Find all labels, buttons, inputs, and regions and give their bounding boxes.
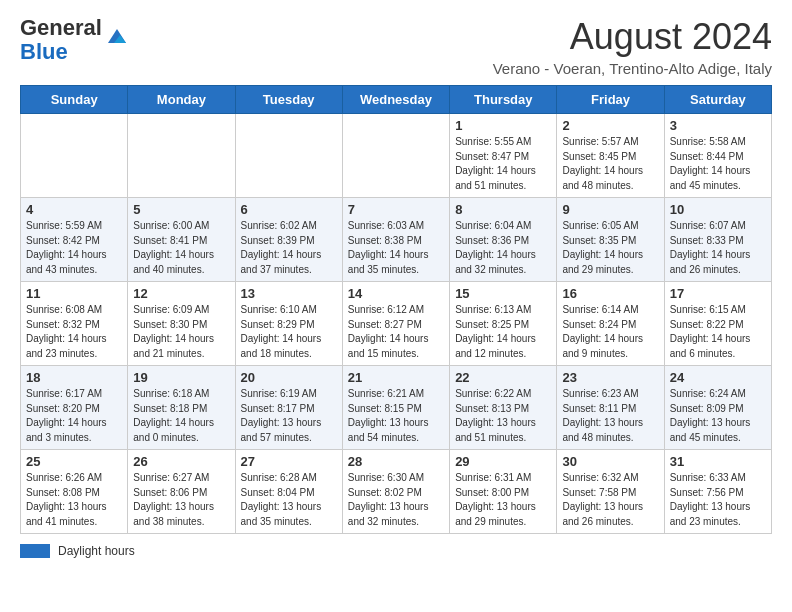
day-number: 17 xyxy=(670,286,766,301)
day-info: Sunrise: 6:28 AM Sunset: 8:04 PM Dayligh… xyxy=(241,471,337,529)
day-number: 22 xyxy=(455,370,551,385)
day-number: 29 xyxy=(455,454,551,469)
day-number: 25 xyxy=(26,454,122,469)
day-info: Sunrise: 6:33 AM Sunset: 7:56 PM Dayligh… xyxy=(670,471,766,529)
day-info: Sunrise: 6:03 AM Sunset: 8:38 PM Dayligh… xyxy=(348,219,444,277)
day-info: Sunrise: 6:32 AM Sunset: 7:58 PM Dayligh… xyxy=(562,471,658,529)
day-number: 6 xyxy=(241,202,337,217)
daylight-color-box xyxy=(20,544,50,558)
calendar-cell: 15Sunrise: 6:13 AM Sunset: 8:25 PM Dayli… xyxy=(450,282,557,366)
day-info: Sunrise: 6:13 AM Sunset: 8:25 PM Dayligh… xyxy=(455,303,551,361)
logo-general: General xyxy=(20,15,102,40)
day-number: 20 xyxy=(241,370,337,385)
logo: General Blue xyxy=(20,16,128,64)
calendar-cell: 9Sunrise: 6:05 AM Sunset: 8:35 PM Daylig… xyxy=(557,198,664,282)
day-number: 21 xyxy=(348,370,444,385)
day-info: Sunrise: 5:57 AM Sunset: 8:45 PM Dayligh… xyxy=(562,135,658,193)
day-info: Sunrise: 6:05 AM Sunset: 8:35 PM Dayligh… xyxy=(562,219,658,277)
day-info: Sunrise: 5:58 AM Sunset: 8:44 PM Dayligh… xyxy=(670,135,766,193)
calendar-cell: 20Sunrise: 6:19 AM Sunset: 8:17 PM Dayli… xyxy=(235,366,342,450)
weekday-header: Friday xyxy=(557,86,664,114)
day-info: Sunrise: 6:09 AM Sunset: 8:30 PM Dayligh… xyxy=(133,303,229,361)
calendar-cell: 14Sunrise: 6:12 AM Sunset: 8:27 PM Dayli… xyxy=(342,282,449,366)
day-info: Sunrise: 6:26 AM Sunset: 8:08 PM Dayligh… xyxy=(26,471,122,529)
day-number: 3 xyxy=(670,118,766,133)
day-number: 5 xyxy=(133,202,229,217)
calendar-cell: 30Sunrise: 6:32 AM Sunset: 7:58 PM Dayli… xyxy=(557,450,664,534)
day-info: Sunrise: 6:02 AM Sunset: 8:39 PM Dayligh… xyxy=(241,219,337,277)
calendar-cell: 28Sunrise: 6:30 AM Sunset: 8:02 PM Dayli… xyxy=(342,450,449,534)
day-info: Sunrise: 5:59 AM Sunset: 8:42 PM Dayligh… xyxy=(26,219,122,277)
page: General Blue August 2024 Verano - Voeran… xyxy=(0,0,792,578)
calendar-cell: 2Sunrise: 5:57 AM Sunset: 8:45 PM Daylig… xyxy=(557,114,664,198)
calendar-cell: 16Sunrise: 6:14 AM Sunset: 8:24 PM Dayli… xyxy=(557,282,664,366)
calendar-cell xyxy=(342,114,449,198)
weekday-header: Sunday xyxy=(21,86,128,114)
calendar-cell: 19Sunrise: 6:18 AM Sunset: 8:18 PM Dayli… xyxy=(128,366,235,450)
daylight-label: Daylight hours xyxy=(58,544,135,558)
calendar-cell: 27Sunrise: 6:28 AM Sunset: 8:04 PM Dayli… xyxy=(235,450,342,534)
day-info: Sunrise: 6:00 AM Sunset: 8:41 PM Dayligh… xyxy=(133,219,229,277)
calendar-week-row: 1Sunrise: 5:55 AM Sunset: 8:47 PM Daylig… xyxy=(21,114,772,198)
day-info: Sunrise: 6:04 AM Sunset: 8:36 PM Dayligh… xyxy=(455,219,551,277)
day-number: 8 xyxy=(455,202,551,217)
day-number: 14 xyxy=(348,286,444,301)
calendar-week-row: 11Sunrise: 6:08 AM Sunset: 8:32 PM Dayli… xyxy=(21,282,772,366)
day-info: Sunrise: 6:14 AM Sunset: 8:24 PM Dayligh… xyxy=(562,303,658,361)
weekday-header-row: SundayMondayTuesdayWednesdayThursdayFrid… xyxy=(21,86,772,114)
day-number: 11 xyxy=(26,286,122,301)
day-info: Sunrise: 6:22 AM Sunset: 8:13 PM Dayligh… xyxy=(455,387,551,445)
title-block: August 2024 Verano - Voeran, Trentino-Al… xyxy=(493,16,772,77)
day-number: 15 xyxy=(455,286,551,301)
day-number: 24 xyxy=(670,370,766,385)
day-number: 23 xyxy=(562,370,658,385)
calendar-week-row: 25Sunrise: 6:26 AM Sunset: 8:08 PM Dayli… xyxy=(21,450,772,534)
month-year: August 2024 xyxy=(493,16,772,58)
day-info: Sunrise: 6:17 AM Sunset: 8:20 PM Dayligh… xyxy=(26,387,122,445)
calendar-cell: 17Sunrise: 6:15 AM Sunset: 8:22 PM Dayli… xyxy=(664,282,771,366)
day-info: Sunrise: 6:07 AM Sunset: 8:33 PM Dayligh… xyxy=(670,219,766,277)
day-info: Sunrise: 6:18 AM Sunset: 8:18 PM Dayligh… xyxy=(133,387,229,445)
calendar-week-row: 18Sunrise: 6:17 AM Sunset: 8:20 PM Dayli… xyxy=(21,366,772,450)
day-number: 13 xyxy=(241,286,337,301)
day-number: 4 xyxy=(26,202,122,217)
calendar-cell xyxy=(21,114,128,198)
weekday-header: Monday xyxy=(128,86,235,114)
weekday-header: Tuesday xyxy=(235,86,342,114)
day-info: Sunrise: 6:21 AM Sunset: 8:15 PM Dayligh… xyxy=(348,387,444,445)
day-info: Sunrise: 6:08 AM Sunset: 8:32 PM Dayligh… xyxy=(26,303,122,361)
day-number: 1 xyxy=(455,118,551,133)
calendar-cell: 21Sunrise: 6:21 AM Sunset: 8:15 PM Dayli… xyxy=(342,366,449,450)
calendar-cell: 7Sunrise: 6:03 AM Sunset: 8:38 PM Daylig… xyxy=(342,198,449,282)
calendar-cell xyxy=(235,114,342,198)
calendar-cell: 6Sunrise: 6:02 AM Sunset: 8:39 PM Daylig… xyxy=(235,198,342,282)
calendar-cell: 24Sunrise: 6:24 AM Sunset: 8:09 PM Dayli… xyxy=(664,366,771,450)
day-info: Sunrise: 6:15 AM Sunset: 8:22 PM Dayligh… xyxy=(670,303,766,361)
day-number: 10 xyxy=(670,202,766,217)
logo-blue: Blue xyxy=(20,39,68,64)
calendar-cell: 11Sunrise: 6:08 AM Sunset: 8:32 PM Dayli… xyxy=(21,282,128,366)
header: General Blue August 2024 Verano - Voeran… xyxy=(20,16,772,77)
day-number: 27 xyxy=(241,454,337,469)
calendar-week-row: 4Sunrise: 5:59 AM Sunset: 8:42 PM Daylig… xyxy=(21,198,772,282)
weekday-header: Saturday xyxy=(664,86,771,114)
day-info: Sunrise: 6:10 AM Sunset: 8:29 PM Dayligh… xyxy=(241,303,337,361)
day-number: 26 xyxy=(133,454,229,469)
weekday-header: Thursday xyxy=(450,86,557,114)
calendar-cell: 10Sunrise: 6:07 AM Sunset: 8:33 PM Dayli… xyxy=(664,198,771,282)
calendar-cell: 13Sunrise: 6:10 AM Sunset: 8:29 PM Dayli… xyxy=(235,282,342,366)
day-info: Sunrise: 5:55 AM Sunset: 8:47 PM Dayligh… xyxy=(455,135,551,193)
day-info: Sunrise: 6:31 AM Sunset: 8:00 PM Dayligh… xyxy=(455,471,551,529)
day-info: Sunrise: 6:19 AM Sunset: 8:17 PM Dayligh… xyxy=(241,387,337,445)
calendar-cell: 22Sunrise: 6:22 AM Sunset: 8:13 PM Dayli… xyxy=(450,366,557,450)
day-number: 12 xyxy=(133,286,229,301)
day-info: Sunrise: 6:24 AM Sunset: 8:09 PM Dayligh… xyxy=(670,387,766,445)
day-info: Sunrise: 6:30 AM Sunset: 8:02 PM Dayligh… xyxy=(348,471,444,529)
day-info: Sunrise: 6:27 AM Sunset: 8:06 PM Dayligh… xyxy=(133,471,229,529)
location: Verano - Voeran, Trentino-Alto Adige, It… xyxy=(493,60,772,77)
calendar-cell: 4Sunrise: 5:59 AM Sunset: 8:42 PM Daylig… xyxy=(21,198,128,282)
calendar-cell xyxy=(128,114,235,198)
calendar-cell: 26Sunrise: 6:27 AM Sunset: 8:06 PM Dayli… xyxy=(128,450,235,534)
logo-icon xyxy=(106,25,128,47)
day-number: 28 xyxy=(348,454,444,469)
